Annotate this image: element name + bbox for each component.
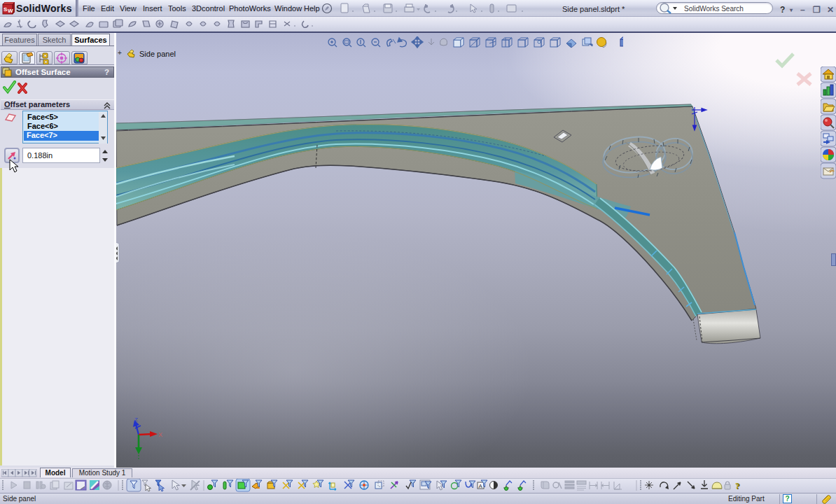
svg-text:A: A xyxy=(479,483,483,489)
svg-text:Z: Z xyxy=(134,416,138,423)
svg-text:X: X xyxy=(158,431,162,438)
svg-text:?: ? xyxy=(736,481,741,491)
